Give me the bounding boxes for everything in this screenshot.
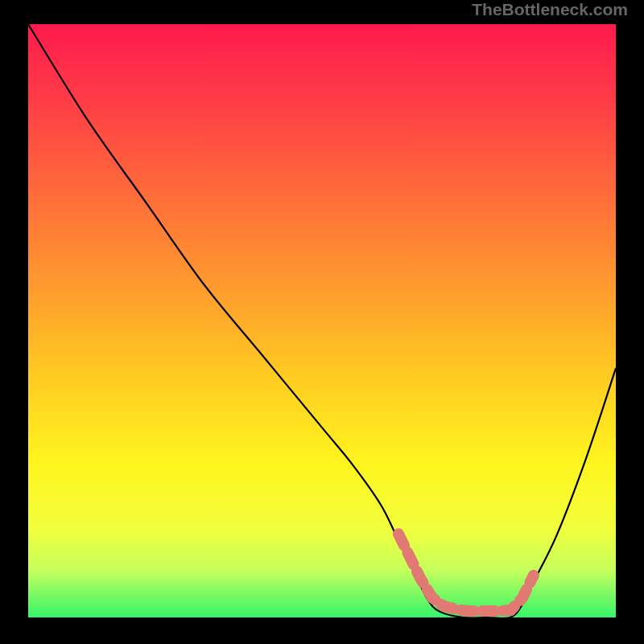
chart-overlay [28,24,616,617]
optimal-band-marker [398,534,534,611]
bottleneck-curve-line [28,24,616,618]
watermark-text: TheBottleneck.com [472,0,628,19]
chart-frame: TheBottleneck.com [0,0,644,644]
